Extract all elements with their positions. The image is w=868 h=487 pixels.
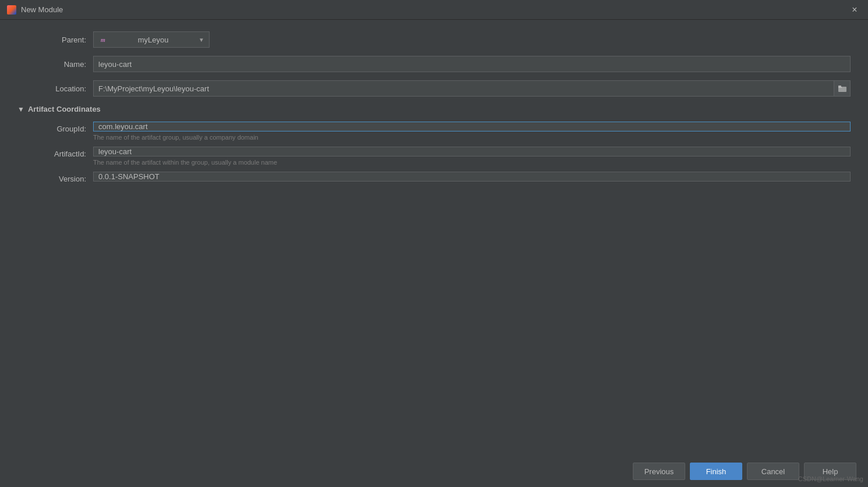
location-label: Location: (17, 84, 93, 93)
maven-m-icon: m (98, 35, 108, 44)
parent-label: Parent: (17, 35, 93, 44)
svg-rect-2 (838, 86, 841, 87)
artifact-fields: GroupId: The name of the artifact group,… (17, 122, 851, 183)
artifact-id-label: ArtifactId: (29, 147, 93, 158)
parent-row: Parent: m myLeyou ▼ (17, 31, 851, 48)
version-label: Version: (29, 172, 93, 183)
group-id-field-wrap: The name of the artifact group, usually … (93, 122, 851, 141)
finish-button[interactable]: Finish (690, 463, 742, 480)
previous-button[interactable]: Previous (633, 463, 685, 480)
artifact-id-input[interactable] (93, 147, 851, 157)
dialog-title: New Module (21, 5, 848, 14)
group-id-row: GroupId: The name of the artifact group,… (29, 122, 851, 141)
browse-button[interactable] (834, 80, 851, 97)
name-row: Name: (17, 56, 851, 72)
folder-icon (838, 85, 846, 92)
dialog-content: Parent: m myLeyou ▼ Name: Location: (0, 20, 868, 456)
app-icon (7, 5, 16, 15)
parent-dropdown-wrap: m myLeyou ▼ (93, 31, 851, 48)
artifact-id-field-wrap: The name of the artifact within the grou… (93, 147, 851, 166)
artifact-section-header: ▼ Artifact Coordinates (17, 105, 851, 113)
collapse-arrow-icon[interactable]: ▼ (17, 105, 24, 113)
location-row: Location: (17, 80, 851, 97)
location-input[interactable] (93, 80, 834, 97)
artifact-section-title: Artifact Coordinates (28, 105, 101, 113)
name-label: Name: (17, 60, 93, 69)
name-input[interactable] (93, 56, 851, 72)
parent-dropdown[interactable]: m myLeyou ▼ (93, 31, 210, 48)
version-row: Version: (29, 172, 851, 183)
dropdown-arrow-icon: ▼ (199, 37, 204, 43)
artifact-id-row: ArtifactId: The name of the artifact wit… (29, 147, 851, 166)
group-id-label: GroupId: (29, 122, 93, 133)
watermark: CSDN@Learner-Wang (798, 475, 863, 482)
dialog-footer: Previous Finish Cancel Help CSDN@Learner… (0, 456, 868, 487)
artifact-id-hint: The name of the artifact within the grou… (93, 159, 851, 166)
version-input[interactable] (93, 172, 851, 182)
parent-value: myLeyou (138, 35, 169, 44)
close-button[interactable]: × (848, 3, 861, 16)
svg-rect-1 (838, 87, 842, 88)
new-module-dialog: New Module × Parent: m myLeyou ▼ Name: L… (0, 0, 868, 487)
title-bar: New Module × (0, 0, 868, 20)
version-field-wrap (93, 172, 851, 182)
cancel-button[interactable]: Cancel (747, 463, 799, 480)
group-id-input[interactable] (93, 122, 851, 131)
group-id-hint: The name of the artifact group, usually … (93, 134, 851, 141)
location-input-wrap (93, 80, 851, 97)
